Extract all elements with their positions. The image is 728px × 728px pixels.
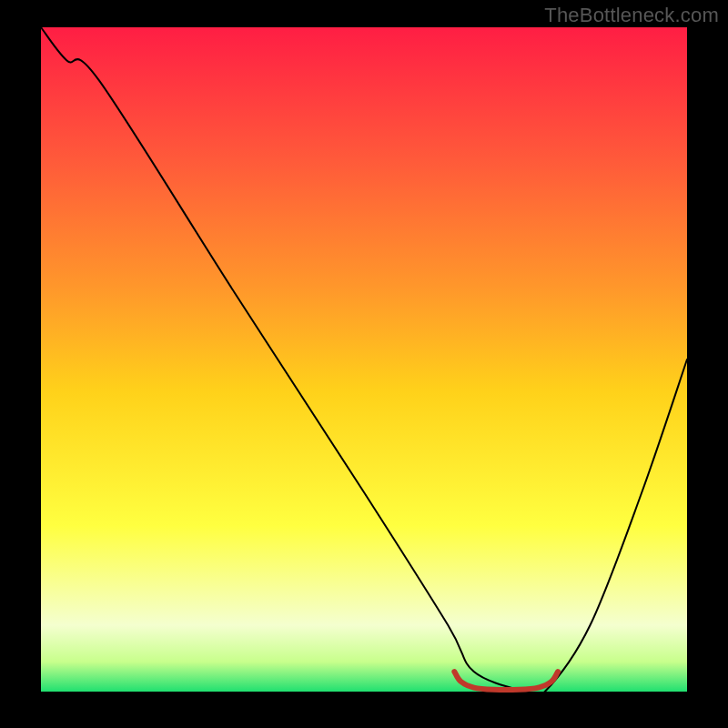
gradient-background — [41, 27, 687, 692]
chart-frame: { "watermark": "TheBottleneck.com", "cha… — [0, 0, 728, 728]
watermark-text: TheBottleneck.com — [544, 4, 719, 27]
bottleneck-chart — [0, 0, 728, 728]
